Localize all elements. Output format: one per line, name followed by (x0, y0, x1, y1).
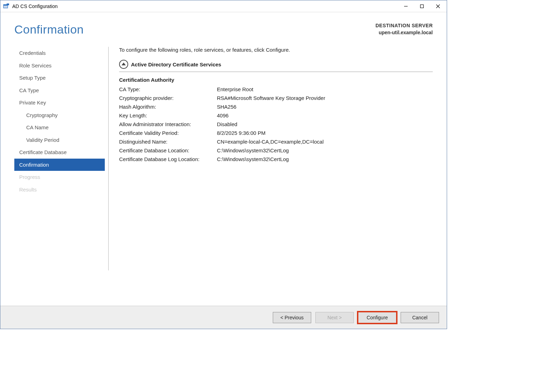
settings-key: Key Length: (119, 112, 217, 118)
close-button[interactable] (430, 1, 446, 12)
settings-key: Certificate Database Log Location: (119, 156, 217, 162)
titlebar: AD CS Configuration (0, 0, 447, 12)
sidebar-item-validity-period[interactable]: Validity Period (14, 134, 105, 146)
destination-server-name: upen-util.example.local (375, 30, 433, 35)
section-header[interactable]: Active Directory Certificate Services (119, 60, 433, 72)
settings-value: 4096 (217, 112, 433, 118)
intro-text: To configure the following roles, role s… (119, 47, 433, 53)
settings-key: Allow Administrator Interaction: (119, 121, 217, 127)
sidebar-item-cryptography[interactable]: Cryptography (14, 109, 105, 122)
settings-row: Hash Algorithm:SHA256 (119, 104, 433, 110)
destination-server-block: DESTINATION SERVER upen-util.example.loc… (375, 23, 433, 35)
section-title: Active Directory Certificate Services (131, 61, 221, 67)
settings-key: Cryptographic provider: (119, 95, 217, 101)
settings-key: Certificate Validity Period: (119, 130, 217, 136)
minimize-button[interactable] (398, 1, 414, 12)
main-area: CredentialsRole ServicesSetup TypeCA Typ… (0, 40, 447, 281)
sidebar-item-setup-type[interactable]: Setup Type (14, 72, 105, 84)
wizard-sidebar: CredentialsRole ServicesSetup TypeCA Typ… (14, 47, 109, 270)
configure-button[interactable]: Configure (358, 312, 396, 323)
settings-row: Allow Administrator Interaction:Disabled (119, 121, 433, 127)
app-icon (3, 3, 9, 9)
settings-key: Certificate Database Location: (119, 147, 217, 153)
settings-value: Disabled (217, 121, 433, 127)
settings-value: 8/2/2025 9:36:00 PM (217, 130, 433, 136)
settings-row: Key Length:4096 (119, 112, 433, 118)
svg-rect-4 (421, 5, 424, 8)
svg-rect-2 (7, 3, 9, 5)
settings-row: CA Type:Enterprise Root (119, 86, 433, 92)
settings-key: CA Type: (119, 86, 217, 92)
sidebar-item-progress: Progress (14, 171, 105, 183)
footer-buttons: < Previous Next > Configure Cancel (0, 306, 447, 329)
maximize-button[interactable] (414, 1, 430, 12)
window-title: AD CS Configuration (12, 3, 398, 9)
sidebar-item-role-services[interactable]: Role Services (14, 59, 105, 72)
sidebar-item-ca-type[interactable]: CA Type (14, 84, 105, 97)
settings-key: Hash Algorithm: (119, 104, 217, 110)
sidebar-item-certificate-database[interactable]: Certificate Database (14, 146, 105, 159)
settings-key: Distinguished Name: (119, 139, 217, 145)
settings-value: SHA256 (217, 104, 433, 110)
content-pane: To configure the following roles, role s… (109, 47, 433, 281)
sidebar-item-confirmation[interactable]: Confirmation (14, 159, 105, 171)
sidebar-item-results: Results (14, 183, 105, 196)
settings-row: Distinguished Name:CN=example-local-CA,D… (119, 139, 433, 145)
settings-value: Enterprise Root (217, 86, 433, 92)
previous-button[interactable]: < Previous (273, 312, 311, 323)
settings-value: C:\Windows\system32\CertLog (217, 156, 433, 162)
settings-row: Certificate Database Log Location:C:\Win… (119, 156, 433, 162)
sub-title: Certification Authority (119, 77, 433, 83)
settings-row: Cryptographic provider:RSA#Microsoft Sof… (119, 95, 433, 101)
page-title: Confirmation (14, 23, 84, 36)
chevron-up-icon (119, 60, 128, 69)
page-header: Confirmation DESTINATION SERVER upen-uti… (0, 12, 447, 40)
destination-server-label: DESTINATION SERVER (375, 23, 433, 28)
settings-value: CN=example-local-CA,DC=example,DC=local (217, 139, 433, 145)
settings-row: Certificate Validity Period:8/2/2025 9:3… (119, 130, 433, 136)
settings-value: C:\Windows\system32\CertLog (217, 147, 433, 153)
sidebar-item-credentials[interactable]: Credentials (14, 47, 105, 59)
sidebar-item-ca-name[interactable]: CA Name (14, 121, 105, 134)
window-controls (398, 1, 446, 12)
next-button: Next > (315, 312, 354, 323)
settings-value: RSA#Microsoft Software Key Storage Provi… (217, 95, 433, 101)
settings-list: CA Type:Enterprise RootCryptographic pro… (119, 86, 433, 162)
cancel-button[interactable]: Cancel (401, 312, 439, 323)
sidebar-item-private-key[interactable]: Private Key (14, 96, 105, 109)
settings-row: Certificate Database Location:C:\Windows… (119, 147, 433, 153)
